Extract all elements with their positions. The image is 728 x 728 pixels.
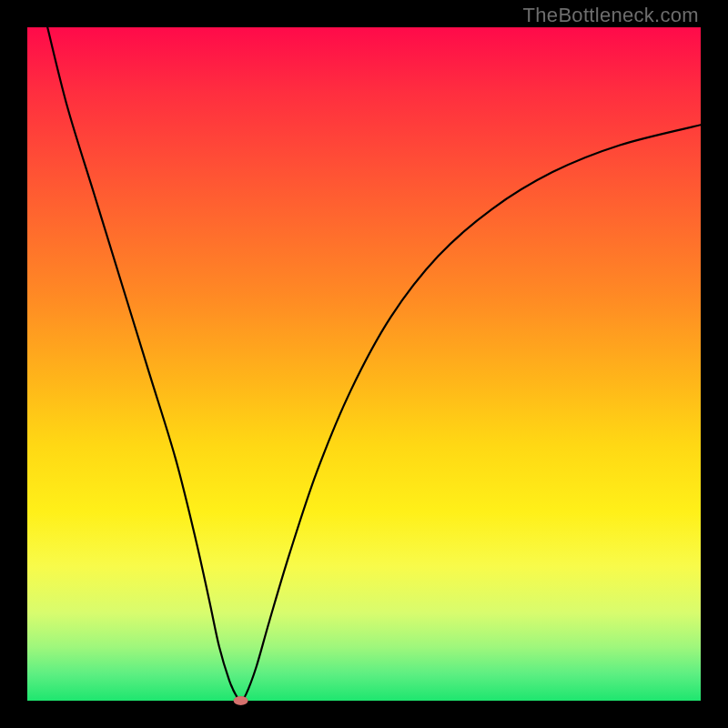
optimum-marker [234,696,248,705]
watermark-text: TheBottleneck.com [523,4,699,27]
plot-area [27,27,701,701]
curve-svg [27,27,701,701]
bottleneck-curve [47,27,701,701]
chart-frame: TheBottleneck.com [0,0,728,728]
